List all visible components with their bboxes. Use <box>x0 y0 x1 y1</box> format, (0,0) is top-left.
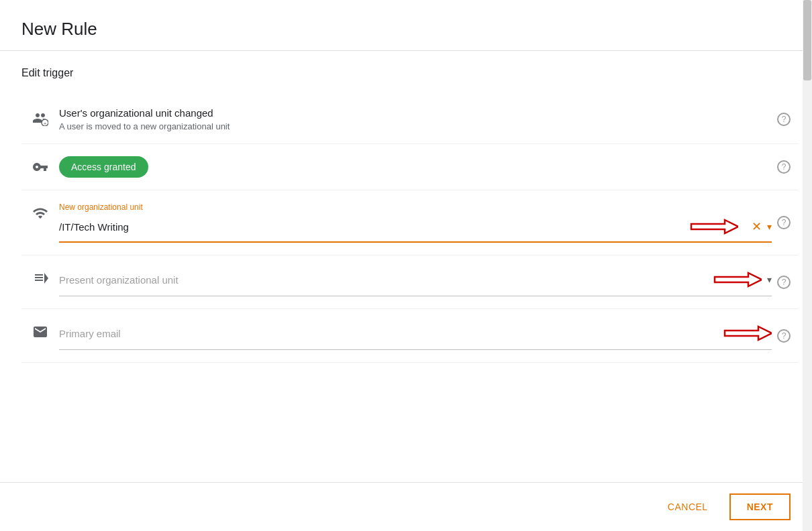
trigger-help[interactable]: ? <box>777 113 791 126</box>
access-granted-badge[interactable]: Access granted <box>59 156 148 178</box>
svg-marker-2 <box>691 220 738 233</box>
org-present-icon <box>21 268 59 286</box>
access-granted-help[interactable]: ? <box>777 160 791 174</box>
present-org-unit-help[interactable]: ? <box>777 276 791 289</box>
scrollbar-thumb[interactable] <box>803 0 811 80</box>
present-org-unit-content: Present organizational unit ▾ <box>59 268 799 296</box>
help-icon-5[interactable]: ? <box>777 329 791 343</box>
help-icon-3[interactable]: ? <box>777 216 791 229</box>
help-icon-4[interactable]: ? <box>777 276 791 289</box>
field-actions: ✕ ▾ <box>749 218 772 235</box>
new-org-unit-input[interactable] <box>59 221 672 233</box>
help-icon[interactable]: ? <box>777 113 791 126</box>
svg-marker-4 <box>725 327 772 340</box>
page-title: New Rule <box>21 19 791 40</box>
red-arrow-present-org <box>701 268 762 292</box>
clear-button[interactable]: ✕ <box>749 218 764 235</box>
cancel-button[interactable]: CANCEL <box>652 493 724 520</box>
next-button[interactable]: NEXT <box>729 493 791 520</box>
dialog-content: Edit trigger + User's organizational uni… <box>0 51 812 482</box>
svg-marker-3 <box>715 273 762 286</box>
present-org-unit-placeholder: Present organizational unit <box>59 274 701 286</box>
new-org-unit-row: New organizational unit ✕ ▾ <box>21 190 799 255</box>
present-org-unit-field[interactable]: Present organizational unit ▾ <box>59 268 772 296</box>
section-title: Edit trigger <box>21 67 799 79</box>
key-icon <box>21 156 59 175</box>
org-move-icon <box>21 202 59 221</box>
trigger-content: User's organizational unit changed A use… <box>59 107 799 131</box>
new-org-unit-input-row: ✕ ▾ <box>59 215 772 243</box>
new-org-unit-label: New organizational unit <box>59 202 772 212</box>
trigger-row: + User's organizational unit changed A u… <box>21 95 799 144</box>
svg-text:+: + <box>44 121 47 127</box>
dialog: New Rule Edit trigger + User's organizat… <box>0 0 812 531</box>
primary-email-placeholder: Primary email <box>59 328 701 339</box>
dropdown-arrow-orange[interactable]: ▾ <box>767 221 772 232</box>
access-granted-content: Access granted <box>59 156 799 178</box>
email-icon <box>21 321 59 340</box>
primary-email-row: Primary email ? <box>21 309 799 363</box>
new-org-unit-help[interactable]: ? <box>777 216 791 229</box>
help-icon-2[interactable]: ? <box>777 160 791 174</box>
dialog-footer: CANCEL NEXT <box>0 482 812 531</box>
trigger-title: User's organizational unit changed <box>59 107 772 119</box>
scrollbar[interactable] <box>803 0 812 531</box>
primary-email-content: Primary email <box>59 321 799 350</box>
primary-email-field[interactable]: Primary email <box>59 321 772 350</box>
new-org-unit-content: New organizational unit ✕ ▾ <box>59 202 799 243</box>
user-org-icon: + <box>21 107 59 126</box>
trigger-subtitle: A user is moved to a new organizational … <box>59 121 772 131</box>
present-org-unit-row: Present organizational unit ▾ ? <box>21 255 799 309</box>
red-arrow-email <box>711 321 772 345</box>
primary-email-help[interactable]: ? <box>777 329 791 343</box>
dropdown-arrow-gray[interactable]: ▾ <box>767 274 772 285</box>
dialog-header: New Rule <box>0 0 812 51</box>
access-granted-row: Access granted ? <box>21 144 799 190</box>
red-arrow-new-org <box>678 215 738 239</box>
new-org-unit-field: New organizational unit ✕ ▾ <box>59 202 772 243</box>
